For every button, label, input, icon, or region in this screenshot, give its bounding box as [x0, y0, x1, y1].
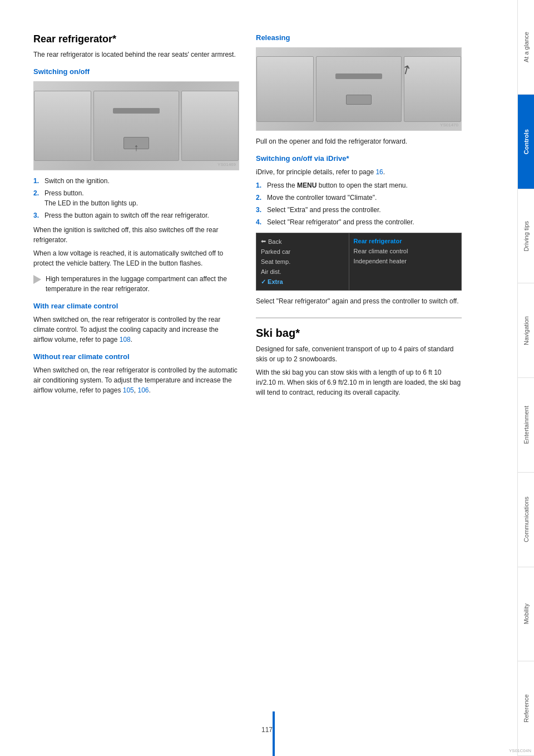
switching-image: ↑ YS01469 [33, 81, 239, 170]
note-icon [33, 275, 41, 284]
idrive-step-1-num: 1. [256, 180, 264, 190]
idrive-link[interactable]: 16 [375, 168, 383, 176]
ski-bag-para1: Designed for safe, convenient transport … [256, 344, 462, 364]
without-climate-link2[interactable]: 106 [137, 386, 149, 394]
idrive-step-1-text: Press the MENU button to open the start … [267, 180, 408, 190]
idrive-step-2: 2. Move the controller toward "Climate". [256, 193, 462, 203]
right-sidebar: At a glance Controls Driving tips Naviga… [517, 0, 534, 756]
menu-rear-climate: Rear climate control [354, 246, 455, 256]
switching-idrive-title: Switching on/off via iDrive* [256, 154, 462, 163]
main-content: Rear refrigerator* The rear refrigerator… [0, 0, 517, 756]
steps-list-2: 1. Press the MENU button to open the sta… [256, 180, 462, 227]
idrive-step-3: 3. Select "Extra" and press the controll… [256, 205, 462, 215]
check-icon: ✓ [261, 278, 266, 285]
with-climate-title: With rear climate control [33, 302, 239, 310]
sidebar-tab-communications[interactable]: Communications [518, 473, 534, 567]
sidebar-tab-at-a-glance-label: At a glance [523, 32, 530, 62]
ski-bag-title: Ski bag* [256, 317, 462, 340]
step-3-num: 3. [33, 210, 41, 220]
menu-back-label: Back [268, 238, 281, 245]
releasing-image-watermark: YS01470 [440, 122, 458, 127]
sidebar-tab-navigation-label: Navigation [523, 316, 530, 345]
step-3-text: Press the button again to switch off the… [44, 210, 209, 220]
para-1: When the ignition is switched off, this … [33, 225, 239, 245]
releasing-title: Releasing [256, 33, 462, 42]
steps-list-1: 1. Switch on the ignition. 2. Press butt… [33, 176, 239, 220]
idrive-step-2-text: Move the controller toward "Climate". [267, 193, 377, 203]
menu-back-item: ⬅ Back [261, 236, 344, 247]
page-number: 117 [261, 726, 273, 734]
sidebar-tab-reference-label: Reference [523, 694, 530, 723]
sidebar-tab-at-a-glance[interactable]: At a glance [518, 0, 534, 95]
sidebar-tab-mobility-label: Mobility [523, 603, 530, 624]
step-2-num: 2. [33, 188, 41, 208]
intro-text: The rear refrigerator is located behind … [33, 50, 239, 60]
rear-refrigerator-title: Rear refrigerator* [33, 33, 239, 45]
idrive-step-3-num: 3. [256, 205, 264, 215]
without-climate-title: Without rear climate control [33, 352, 239, 361]
idrive-step-1: 1. Press the MENU button to open the sta… [256, 180, 462, 190]
sidebar-tab-driving-tips-label: Driving tips [523, 221, 530, 251]
sidebar-tab-controls-label: Controls [523, 129, 530, 154]
menu-bold: MENU [297, 181, 317, 189]
sidebar-tab-mobility[interactable]: Mobility [518, 567, 534, 662]
step-2-text: Press button.The LED in the button light… [44, 188, 138, 208]
ski-bag-para2: With the ski bag you can stow skis with … [256, 367, 462, 397]
back-arrow-icon: ⬅ [261, 238, 266, 245]
step-1-text: Switch on the ignition. [44, 176, 110, 186]
idrive-step-4: 4. Select "Rear refrigerator" and press … [256, 217, 462, 227]
right-column: Releasing ↗ YS01470 Pull on th [256, 33, 462, 723]
step-2: 2. Press button.The LED in the button li… [33, 188, 239, 208]
left-column: Rear refrigerator* The rear refrigerator… [33, 33, 239, 723]
page-indicator [273, 711, 275, 756]
step-3: 3. Press the button again to switch off … [33, 210, 239, 220]
without-climate-link1[interactable]: 105 [123, 386, 134, 394]
without-climate-after: . [149, 386, 150, 394]
sidebar-tab-communications-label: Communications [523, 497, 530, 542]
menu-seat-temp: Seat temp. [261, 257, 344, 267]
after-menu-text: Select "Rear refrigerator" again and pre… [256, 296, 462, 306]
idrive-intro: iDrive, for principle details, refer to … [256, 168, 375, 176]
idrive-menu: ⬅ Back Parked car Seat temp. Air dist. ✓… [256, 233, 462, 291]
fridge-panel-image: ↑ [34, 82, 239, 170]
idrive-step-4-num: 4. [256, 217, 264, 227]
menu-independent-heater: Independent heater [354, 256, 455, 266]
sidebar-tab-controls[interactable]: Controls [518, 95, 534, 189]
step-1-num: 1. [33, 176, 41, 186]
releasing-text: Pull on the opener and fold the refriger… [256, 136, 462, 146]
releasing-panel-image: ↗ [256, 48, 461, 130]
page-container: Rear refrigerator* The rear refrigerator… [0, 0, 534, 756]
with-climate-link[interactable]: 108 [120, 336, 131, 343]
menu-air-dist: Air dist. [261, 267, 344, 277]
menu-left: ⬅ Back Parked car Seat temp. Air dist. ✓… [256, 233, 349, 290]
sidebar-tab-reference[interactable]: Reference [518, 661, 534, 756]
without-climate-text: When switched on, the rear refrigerator … [33, 365, 239, 395]
note-box: High temperatures in the luggage compart… [33, 274, 239, 294]
para-2: When a low voltage is reached, it is aut… [33, 248, 239, 268]
sidebar-tab-entertainment[interactable]: Entertainment [518, 378, 534, 473]
idrive-after: . [383, 168, 385, 176]
with-climate-after: . [131, 336, 132, 343]
menu-rear-refrigerator: Rear refrigerator [354, 236, 455, 246]
with-climate-text: When switched on, the rear refrigerator … [33, 315, 239, 345]
idrive-intro-text: iDrive, for principle details, refer to … [256, 167, 462, 177]
step-1: 1. Switch on the ignition. [33, 176, 239, 186]
image-watermark: YS01469 [217, 162, 236, 167]
menu-table: ⬅ Back Parked car Seat temp. Air dist. ✓… [256, 233, 461, 290]
idrive-step-2-num: 2. [256, 193, 264, 203]
idrive-step-4-text: Select "Rear refrigerator" and press the… [267, 217, 414, 227]
menu-right: Rear refrigerator Rear climate control I… [349, 233, 459, 290]
menu-extra: ✓ Extra [261, 277, 344, 287]
sidebar-tab-entertainment-label: Entertainment [523, 406, 530, 444]
sidebar-tab-driving-tips[interactable]: Driving tips [518, 189, 534, 284]
sidebar-tab-navigation[interactable]: Navigation [518, 283, 534, 378]
note-text: High temperatures in the luggage compart… [46, 274, 239, 294]
idrive-step-3-text: Select "Extra" and press the controller. [267, 205, 381, 215]
releasing-image: ↗ YS01470 [256, 47, 462, 131]
switching-on-off-title: Switching on/off [33, 67, 239, 76]
menu-parked-car: Parked car [261, 247, 344, 257]
